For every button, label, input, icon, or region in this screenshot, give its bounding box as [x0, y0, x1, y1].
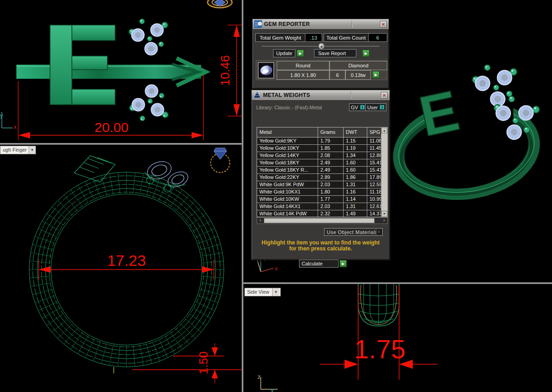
view-selector-through-finger[interactable]: ugh Finger ▼	[0, 146, 36, 154]
chevron-down-icon[interactable]: ▼	[29, 146, 35, 154]
table-cell: 1.49	[344, 210, 367, 217]
side-view-canvas: 1.75 z y	[243, 284, 552, 392]
table-cell: 14.37	[367, 210, 381, 217]
letter-e-render	[50, 25, 115, 105]
gem-cluster-bottom	[130, 85, 168, 121]
update-button[interactable]: Update	[273, 49, 295, 57]
table-cell: Yellow Gold:22KY	[257, 174, 318, 181]
table-cell: White Gold:9K PdW	[257, 181, 318, 188]
scroll-up-icon[interactable]: ▲	[381, 127, 387, 133]
gem-reporter-titlebar[interactable]: GEM REPORTER ✕	[253, 19, 389, 30]
user-label: User	[367, 105, 378, 110]
table-cell: 15.41	[367, 167, 381, 173]
viewport-side-view[interactable]: 1.75 z y Side View ▼	[243, 284, 552, 392]
viewport-divider-vertical[interactable]	[242, 0, 243, 392]
table-cell: Yellow Gold:14KY	[257, 152, 318, 159]
table-cell: 1.86	[344, 174, 367, 181]
viewport-top-view[interactable]: 20.00 10.46 y x	[0, 0, 242, 143]
through-finger-canvas: 17.23 1.50	[0, 145, 242, 392]
vertical-scrollbar[interactable]: ▲ ▼	[381, 127, 387, 217]
table-cell: 11.18	[367, 188, 381, 195]
save-report-go-icon[interactable]: ▶	[362, 50, 370, 57]
table-cell: Yellow Gold:18KY R...	[257, 167, 318, 173]
table-cell: 1.31	[344, 181, 367, 188]
column-header-dwt[interactable]: DWT	[344, 127, 367, 137]
chevron-down-icon[interactable]: ▼	[272, 288, 279, 296]
panel-title: METAL WEIGHTS	[263, 92, 310, 98]
dimension-width: 20.00	[18, 75, 203, 140]
titlebar-groove	[352, 20, 353, 28]
table-cell: 2.03	[318, 181, 344, 188]
table-row[interactable]: Yellow Gold:22KY2.891.8617.89	[257, 174, 381, 181]
scroll-down-icon[interactable]: ▼	[381, 211, 387, 217]
viewport-divider-left[interactable]	[0, 143, 242, 145]
update-go-icon[interactable]: ▶	[297, 50, 304, 57]
collapse-toggle[interactable]: ▲	[318, 43, 325, 50]
axis-z-label: z	[258, 373, 261, 380]
dim-height-value: 10.46	[218, 55, 232, 86]
user-toggle-button[interactable]: User I	[365, 103, 386, 111]
horizontal-scrollbar[interactable]: ‹ ›	[257, 217, 388, 224]
close-icon[interactable]: ✕	[381, 92, 388, 99]
gem-stone-image	[259, 65, 273, 76]
dropdown-indicator-icon[interactable]: ○	[376, 229, 382, 235]
calculate-button[interactable]: Calculate	[299, 260, 339, 268]
gem-cluster-top	[129, 19, 168, 55]
panel-title: GEM REPORTER	[264, 21, 310, 27]
gem-row-go-icon[interactable]: ▶	[372, 71, 380, 78]
table-row[interactable]: Yellow Gold:18KY R...2.491.6015.41	[257, 167, 381, 174]
axis-x-label: x	[275, 265, 278, 272]
viewport-divider-right[interactable]	[243, 282, 552, 284]
column-header-metal[interactable]: Metal	[257, 127, 318, 137]
metal-table-rows: Yellow Gold:9KY1.791.1511.08Yellow Gold:…	[257, 137, 381, 217]
table-cell: 1.60	[344, 159, 367, 166]
table-row[interactable]: Yellow Gold:14KY2.081.3412.88	[257, 152, 381, 159]
section-hatch	[74, 156, 115, 182]
table-cell: 12.59	[367, 181, 381, 188]
table-cell: 1.16	[344, 188, 367, 195]
table-row[interactable]: Yellow Gold:9KY1.791.1511.08	[257, 137, 381, 145]
table-row[interactable]: Yellow Gold:18KY2.491.6015.41	[257, 159, 381, 167]
scrollbar-thumb[interactable]	[264, 218, 375, 223]
gem-size-cell: 1.80 X 1.80	[277, 70, 329, 80]
table-row[interactable]: White Gold:10KX11.801.1611.18	[257, 188, 381, 196]
ring-diamond-icon	[211, 148, 230, 173]
scroll-right-icon[interactable]: ›	[381, 218, 387, 224]
top-view-canvas: 20.00 10.46 y x	[0, 0, 242, 143]
table-cell: 15.41	[367, 159, 381, 166]
axis-indicator-zy: z y	[258, 373, 278, 392]
table-cell: 2.32	[318, 210, 344, 217]
user-indicator: I	[380, 105, 385, 110]
total-gem-count-value: 6	[368, 33, 387, 42]
table-row[interactable]: Yellow Gold:10KY1.851.1911.45	[257, 145, 381, 152]
table-cell: 1.15	[344, 137, 367, 144]
table-cell: 1.60	[344, 167, 367, 173]
table-cell: 11.45	[367, 145, 381, 152]
table-cell: 1.80	[318, 188, 344, 195]
column-header-spg[interactable]: SPG	[367, 127, 381, 137]
use-object-materials-dropdown[interactable]: Use Object Materials ○	[324, 228, 383, 236]
viewport-through-finger[interactable]: 17.23 1.50 ugh Finger ▼	[0, 145, 242, 392]
table-row[interactable]: White Gold:14K PdW2.321.4914.37	[257, 210, 381, 217]
table-cell: 2.03	[318, 203, 344, 210]
gv-toggle-button[interactable]: GV I	[349, 103, 367, 111]
metal-weights-titlebar[interactable]: METAL WEIGHTS ✕	[252, 90, 390, 101]
table-cell: 11.08	[367, 137, 381, 144]
table-cell: 1.79	[318, 137, 344, 144]
dimension-diameter: 17.23	[39, 252, 214, 280]
save-report-button[interactable]: Save Report	[314, 49, 356, 57]
calculate-go-icon[interactable]: ▶	[339, 260, 347, 267]
gem-reporter-panel: GEM REPORTER ✕ Total Gem Weight .13 Tota…	[252, 18, 390, 89]
view-selector-side-view[interactable]: Side View ▼	[244, 288, 281, 296]
table-cell: 10.99	[367, 196, 381, 203]
gem-list-row[interactable]: Round 1.80 X 1.80 Diamond 6 0.13tw ▶	[256, 60, 387, 80]
table-cell: Yellow Gold:9KY	[257, 137, 318, 144]
gem-thumbnail	[258, 62, 274, 78]
table-row[interactable]: White Gold:9K PdW2.031.3112.59	[257, 181, 381, 188]
close-icon[interactable]: ✕	[380, 21, 387, 28]
ring-perspective-render: E	[392, 65, 541, 204]
column-header-grams[interactable]: Grams	[318, 127, 344, 137]
table-row[interactable]: White Gold:10KW1.771.1410.99	[257, 196, 381, 203]
scroll-left-icon[interactable]: ‹	[257, 218, 263, 224]
table-row[interactable]: White Gold:14KX12.031.3112.61	[257, 203, 381, 210]
